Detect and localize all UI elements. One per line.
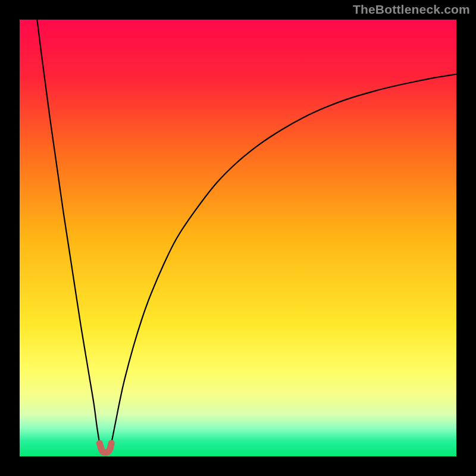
outer-frame: TheBottleneck.com [0, 0, 476, 476]
watermark-text: TheBottleneck.com [353, 2, 470, 17]
gradient-background [20, 20, 456, 456]
plot-area [20, 20, 456, 456]
chart-svg [20, 20, 456, 456]
